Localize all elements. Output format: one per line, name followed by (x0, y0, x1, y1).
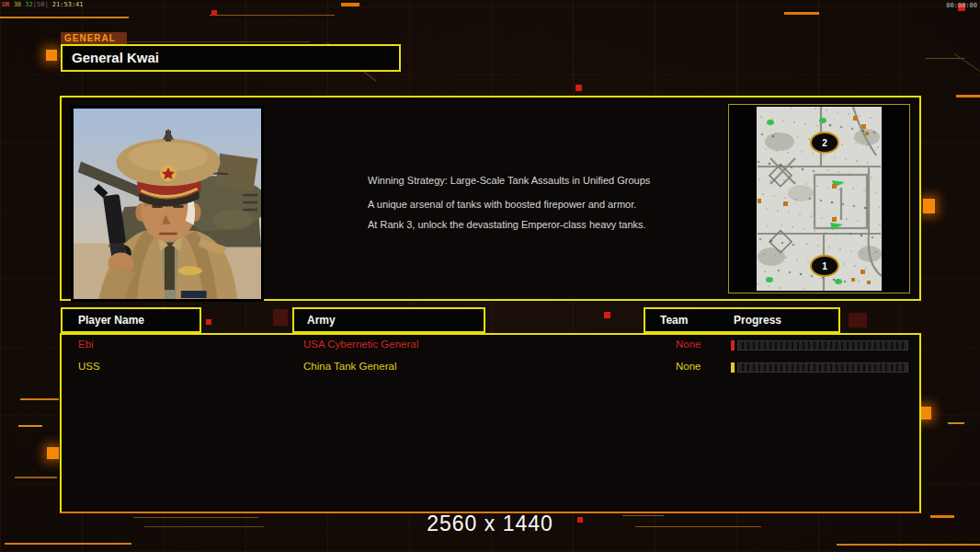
player-name: USS (78, 361, 100, 372)
deco-line (926, 58, 964, 59)
player-team: None (676, 339, 701, 350)
stat-value-b: 32 (25, 1, 32, 8)
progress-track (737, 340, 908, 351)
svg-text:1: 1 (822, 261, 827, 271)
general-portrait (71, 106, 264, 302)
deco-square (849, 313, 867, 328)
deco-square (206, 319, 211, 325)
stat-clock: 21:53:41 (52, 1, 84, 8)
column-header-progress: Progress (734, 309, 781, 331)
player-army: USA Cybernetic General (303, 339, 418, 350)
match-timer: 00:00:00 (946, 2, 977, 9)
deco-line (15, 477, 57, 478)
loading-progress-bar (731, 362, 908, 373)
deco-line (126, 41, 310, 42)
strategy-description-line: A unique arsenal of tanks with boosted f… (368, 199, 636, 210)
deco-line (210, 15, 335, 16)
column-header-player-name: Player Name (61, 307, 201, 333)
progress-fill (731, 362, 735, 373)
deco-square (47, 447, 59, 459)
loading-progress-bar (731, 340, 908, 351)
stat-ur: UR (2, 1, 9, 8)
deco-square (211, 10, 217, 16)
progress-fill (731, 340, 735, 351)
deco-line (20, 398, 59, 400)
map-preview: 2 1 (728, 104, 910, 293)
resolution-watermark: 2560 x 1440 (0, 512, 980, 536)
deco-square (575, 85, 582, 91)
column-header-army: Army (292, 307, 485, 333)
player-army: China Tank General (303, 361, 396, 372)
player-row: USS China Tank General None (62, 361, 919, 377)
svg-text:2: 2 (822, 138, 827, 148)
strategy-description-line: At Rank 3, unlock the devastating Empero… (368, 219, 646, 230)
deco-line (837, 544, 980, 546)
progress-track (737, 362, 908, 373)
deco-line (5, 543, 131, 545)
stat-value-a: 30 (14, 1, 21, 8)
deco-line (341, 3, 359, 6)
general-tab-label: GENERAL (61, 32, 127, 45)
player-row: Ebi USA Cybernetic General None (62, 339, 919, 355)
map-thumbnail: 2 1 (729, 105, 909, 293)
strategy-description-line: Winning Strategy: Large-Scale Tank Assau… (368, 175, 650, 186)
column-header-team: Team (660, 309, 688, 331)
loading-screen: UR 30 32|50| 21:53:41 00:00:00 GENERAL G… (0, 0, 980, 552)
deco-line (948, 422, 964, 424)
column-header-team-progress: Team Progress (644, 307, 840, 333)
deco-square (923, 199, 935, 213)
deco-line (0, 17, 129, 18)
deco-square (46, 50, 57, 61)
general-name-title: General Kwai (61, 44, 401, 72)
deco-line (956, 95, 980, 98)
general-info-panel: Winning Strategy: Large-Scale Tank Assau… (60, 96, 921, 301)
player-team: None (676, 361, 701, 372)
map-start-marker: 2 (811, 132, 838, 153)
player-name: Ebi (78, 339, 94, 350)
network-stats-overlay: UR 30 32|50| 21:53:41 (2, 1, 84, 8)
deco-square (604, 312, 610, 318)
deco-square (273, 309, 288, 326)
stat-value-c: |50| (33, 1, 49, 8)
deco-line (18, 425, 42, 427)
player-list-panel: Ebi USA Cybernetic General None USS Chin… (60, 333, 921, 513)
map-start-marker: 1 (811, 256, 838, 276)
deco-line (784, 12, 819, 15)
general-portrait-image (74, 109, 261, 299)
